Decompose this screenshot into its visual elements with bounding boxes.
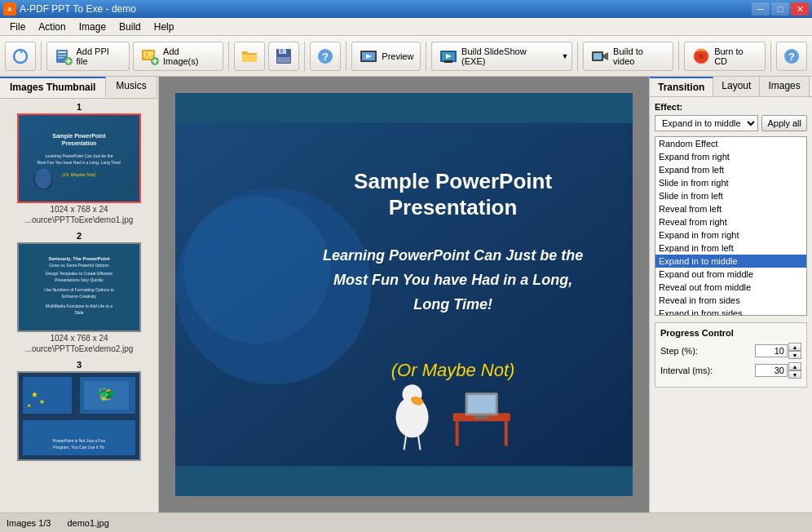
transition-reveal-out-middle[interactable]: Reveal out from middle	[655, 281, 806, 294]
svg-rect-3	[58, 55, 66, 56]
step-input[interactable]	[755, 344, 788, 357]
svg-text:Sample PowerPoint: Sample PowerPoint	[52, 133, 106, 140]
burn-cd-button[interactable]: Burn to CD	[684, 42, 766, 71]
step-row: Step (%): ▲ ▼	[660, 343, 801, 359]
interval-down-button[interactable]: ▼	[788, 370, 801, 379]
interval-input[interactable]	[755, 364, 788, 377]
right-panel: Transition Layout Images Effect: Expand …	[649, 77, 812, 512]
thumbnail-item-1[interactable]: 1 Sample PowerPoint Presentation Learnin…	[3, 102, 155, 224]
build-slideshow-button[interactable]: Build SlideShow (EXE)	[431, 42, 558, 71]
menu-file[interactable]: File	[3, 20, 32, 34]
menu-image[interactable]: Image	[73, 20, 113, 34]
svg-text:Sample PowerPoint: Sample PowerPoint	[354, 169, 552, 193]
folder-button[interactable]	[234, 42, 265, 71]
save-button[interactable]	[268, 42, 299, 71]
thumbnail-num-3: 3	[3, 360, 155, 370]
transition-expand-out-middle[interactable]: Expand out from middle	[655, 268, 806, 281]
svg-text:Program, You Can Use It To:: Program, You Can Use It To:	[53, 445, 104, 450]
add-ppi-button[interactable]: Add PPI file	[46, 42, 130, 71]
close-button[interactable]: ✕	[791, 2, 809, 16]
apply-all-button[interactable]: Apply all	[761, 115, 807, 131]
svg-text:Enhance Creativity: Enhance Creativity	[62, 294, 96, 299]
transition-slide-right[interactable]: Slide in from right	[655, 176, 806, 189]
help-small-button[interactable]: ?	[310, 42, 341, 71]
toolbar-separator-2	[228, 42, 229, 71]
thumbnail-info-2a: 1024 x 768 x 24	[3, 334, 155, 343]
svg-text:★: ★	[27, 403, 31, 408]
interval-row: Interval (ms): ▲ ▼	[660, 362, 801, 379]
transition-reveal-in-sides[interactable]: Reveal in from sides	[655, 294, 806, 307]
right-tabs: Transition Layout Images	[650, 77, 812, 97]
preview-icon	[359, 47, 378, 66]
effect-label: Effect:	[655, 102, 807, 112]
progress-control: Progress Control Step (%): ▲ ▼ Interval …	[655, 322, 807, 388]
menu-action[interactable]: Action	[32, 20, 72, 34]
menu-help[interactable]: Help	[148, 20, 181, 34]
thumbnail-img-2[interactable]: Seriously, The PowerPoint Gives us Some …	[17, 242, 141, 332]
effect-row: Expand in to middle Apply all	[655, 115, 807, 131]
status-bar: Images 1/3 demo1.jpg	[0, 512, 812, 532]
thumbnail-item-2[interactable]: 2 Seriously, The PowerPoint Gives us Som…	[3, 231, 155, 353]
svg-text:Long Time!: Long Time!	[413, 296, 492, 313]
status-filename: demo1.jpg	[67, 518, 108, 528]
svg-rect-16	[280, 49, 283, 53]
preview-button[interactable]: Preview	[351, 42, 421, 71]
slide-content: Sample PowerPoint Presentation Learning …	[175, 93, 633, 496]
toolbar-separator-4	[346, 42, 346, 71]
transition-expand-in-sides[interactable]: Expand in from sides	[655, 307, 806, 316]
app-icon: A	[3, 2, 16, 16]
thumbnail-info-1b: ...ource\PPTToExe\demo1.jpg	[3, 215, 155, 224]
tab-layout[interactable]: Layout	[713, 77, 760, 96]
build-slideshow-dropdown[interactable]: ▼	[558, 42, 572, 71]
thumbnail-item-3[interactable]: 3 PowerPoint is Not Just a Fun Program, …	[3, 360, 155, 461]
add-ppi-icon	[54, 47, 73, 66]
svg-rect-84	[475, 415, 488, 419]
step-up-button[interactable]: ▲	[788, 343, 801, 351]
transitions-list[interactable]: Random Effect Expand from right Expand f…	[655, 136, 807, 316]
svg-rect-29	[594, 53, 602, 60]
toolbar-separator-8	[770, 42, 771, 71]
transition-expand-in-middle[interactable]: Expand in to middle	[655, 255, 806, 268]
add-image-icon	[140, 47, 160, 66]
svg-text:(Or Maybe Not): (Or Maybe Not)	[391, 360, 515, 380]
transition-slide-left[interactable]: Slide in from left	[655, 189, 806, 202]
interval-up-button[interactable]: ▲	[788, 362, 801, 370]
transition-expand-left[interactable]: Expand from left	[655, 163, 806, 176]
svg-text:?: ?	[322, 51, 329, 63]
svg-rect-2	[58, 51, 66, 53]
add-image-label: Add Image(s)	[163, 47, 216, 66]
svg-text:Most Fun You have Had in a Lon: Most Fun You have Had in a Long, Long Ti…	[38, 160, 121, 165]
transition-reveal-left[interactable]: Reveal from left	[655, 202, 806, 215]
burn-cd-label: Burn to CD	[714, 47, 758, 66]
left-panel: Images Thumbnail Musics 1 Sample PowerPo…	[0, 77, 159, 512]
tab-images[interactable]: Images	[760, 77, 809, 96]
svg-text:Learning PowerPoint Can Just b: Learning PowerPoint Can Just be the	[46, 153, 113, 158]
build-video-button[interactable]: Build to video	[583, 42, 673, 71]
svg-point-32	[699, 54, 704, 59]
refresh-button[interactable]	[5, 42, 36, 71]
transition-expand-in-left[interactable]: Expand in from left	[655, 242, 806, 255]
thumbnail-img-1[interactable]: Sample PowerPoint Presentation Learning …	[17, 113, 141, 203]
maximize-button[interactable]: □	[771, 2, 789, 16]
minimize-button[interactable]: ─	[752, 2, 770, 16]
step-down-button[interactable]: ▼	[788, 351, 801, 359]
thumbnail-info-1a: 1024 x 768 x 24	[3, 205, 155, 214]
preview-label: Preview	[382, 51, 413, 61]
menu-build[interactable]: Build	[113, 20, 148, 34]
transition-reveal-right[interactable]: Reveal from right	[655, 215, 806, 228]
thumbnails-area[interactable]: 1 Sample PowerPoint Presentation Learnin…	[0, 99, 158, 512]
svg-text:Learning PowerPoint Can Just b: Learning PowerPoint Can Just be the	[323, 247, 583, 264]
transition-expand-right[interactable]: Expand from right	[655, 150, 806, 163]
tab-transition[interactable]: Transition	[650, 77, 713, 96]
thumbnail-img-3[interactable]: PowerPoint is Not Just a Fun Program, Yo…	[17, 371, 141, 461]
tab-images-thumbnail[interactable]: Images Thumbnail	[0, 77, 106, 98]
interval-spinner-buttons: ▲ ▼	[788, 362, 801, 379]
transition-expand-in-right[interactable]: Expand in from right	[655, 228, 806, 242]
tab-musics[interactable]: Musics	[106, 77, 157, 98]
effect-dropdown[interactable]: Expand in to middle	[655, 115, 758, 131]
add-image-button[interactable]: Add Image(s)	[133, 42, 223, 71]
svg-text:PowerPoint is Not Just a Fun: PowerPoint is Not Just a Fun	[53, 438, 106, 443]
help-button[interactable]: ?	[776, 42, 807, 71]
step-label: Step (%):	[660, 346, 698, 356]
transition-random-effect[interactable]: Random Effect	[655, 137, 806, 150]
